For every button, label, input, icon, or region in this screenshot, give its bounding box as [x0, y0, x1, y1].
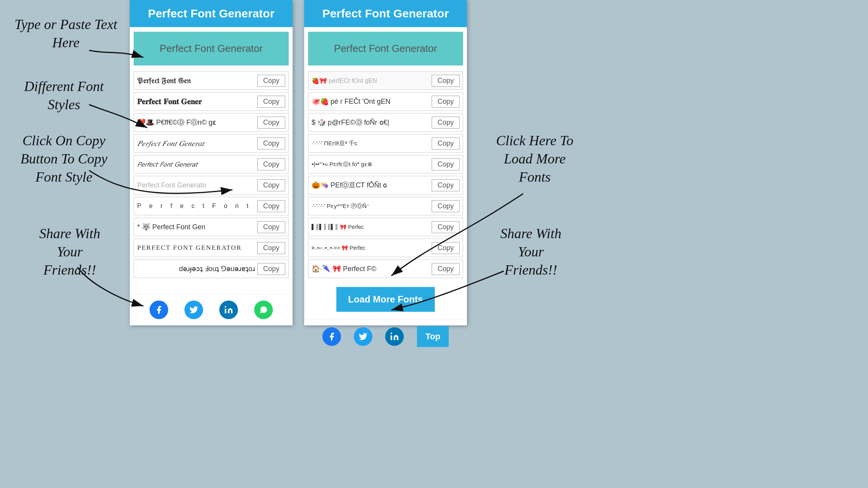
- whatsapp-button[interactable]: [254, 301, 273, 319]
- font-text: P e r f e c t F o n t: [137, 203, 255, 210]
- copy-button[interactable]: Copy: [257, 263, 285, 275]
- font-row: 𝐏𝐞𝐫𝐟𝐞𝐜𝐭 𝐅𝐨𝐧𝐭 𝐆𝐞𝐧𝐞𝐫 Copy: [134, 92, 289, 111]
- text-input[interactable]: [134, 32, 289, 65]
- social-bar-left: [130, 294, 293, 325]
- font-row: 𝑃𝑒𝑟𝑓𝑒𝑐𝑡 𝐹𝑜𝑛𝑡 𝐺𝑒𝑛𝑒𝑟𝑎𝑡 Copy: [134, 134, 289, 153]
- copy-button[interactable]: Copy: [257, 96, 285, 108]
- font-row: 🐙🍓 pé r FEČt 'Ont gEN Copy: [308, 92, 463, 111]
- annotation-different-fonts: Different FontStyles: [8, 77, 120, 114]
- annotation-share-left: Share WithYourFriends!!: [19, 225, 120, 279]
- copy-button[interactable]: Copy: [432, 75, 460, 87]
- font-row: ¤₋•⌐₋•..•->> 🎀 Perfec Copy: [308, 239, 463, 257]
- font-text: 𝑃𝑒𝑟𝑓𝑒𝑐𝑡 𝐹𝑜𝑛𝑡 𝐺𝑒𝑛𝑒𝑟𝑎𝑡: [137, 139, 255, 148]
- font-text: Perfect Font Generato: [137, 181, 255, 189]
- svg-point-1: [391, 333, 392, 334]
- copy-button[interactable]: Copy: [432, 96, 460, 108]
- copy-button[interactable]: Copy: [432, 137, 460, 149]
- font-row: * 🐺 Perfect Font Gen Copy: [134, 218, 289, 236]
- font-row: P e r f e c t F o n t Copy: [134, 197, 289, 215]
- font-row: ·'·'·'·' ΠEr⑩亘ª 千c Copy: [308, 134, 463, 153]
- font-text: 𝔓𝔢𝔯𝔣𝔢𝔠𝔱 𝔉𝔬𝔫𝔱 𝔊𝔢𝔫: [137, 76, 255, 85]
- font-row: ·'·'·'·'·' PɛƴᵉᵉΕт ⓅⓄÑ⁻ Copy: [308, 197, 463, 215]
- svg-point-0: [225, 306, 226, 308]
- copy-button[interactable]: Copy: [257, 179, 285, 191]
- font-text: ▌║▌║║▌║ 🎀 Perfec: [312, 224, 429, 230]
- font-row: •|••°'•» PɛrfɛⓄt fo⁴ gɛ⊗ Copy: [308, 155, 463, 174]
- font-row: ❤️🎩 P€ff€©Ⓓ FⓄn© gɛ Copy: [134, 113, 289, 132]
- font-row: 🍓🎀 pérfECt fOnt gEN Copy: [308, 71, 463, 90]
- font-row: 🎃👒 PΕfⓄ亘СТ fÕÑt ɢ Copy: [308, 176, 463, 194]
- twitter-button[interactable]: [184, 301, 203, 319]
- copy-button[interactable]: Copy: [257, 200, 285, 212]
- annotation-click-copy: Click On CopyButton To CopyFont Style: [4, 132, 124, 186]
- font-text: ·'·'·'·' ΠEr⑩亘ª 千c: [312, 140, 429, 147]
- annotation-share-right: Share WithYourFriends!!: [473, 225, 589, 279]
- font-text: ❤️🎩 P€ff€©Ⓓ FⓄn© gɛ: [137, 118, 255, 127]
- font-text: 𝘗𝘦𝘳𝘧𝘦𝘤𝘵 𝘍𝘰𝘯𝘵 𝘎𝘦𝘯𝘦𝘳𝘢𝘵: [137, 160, 255, 168]
- font-text: 🎃👒 PΕfⓄ亘СТ fÕÑt ɢ: [312, 180, 429, 190]
- left-panel-header: Perfect Font Generator: [130, 0, 293, 27]
- copy-button[interactable]: Copy: [432, 200, 460, 212]
- copy-button[interactable]: Copy: [432, 179, 460, 191]
- load-more-button[interactable]: Load More Fonts: [336, 287, 434, 312]
- copy-button[interactable]: Copy: [257, 137, 285, 149]
- font-text: ¤₋•⌐₋•..•->> 🎀 Perfec: [312, 245, 429, 251]
- annotation-load-more: Click Here ToLoad MoreFonts: [477, 132, 593, 186]
- font-text: ·'·'·'·'·' PɛƴᵉᵉΕт ⓅⓄÑ⁻: [312, 203, 429, 210]
- left-phone-panel: Perfect Font Generator 𝔓𝔢𝔯𝔣𝔢𝔠𝔱 𝔉𝔬𝔫𝔱 𝔊𝔢𝔫 …: [130, 0, 293, 325]
- twitter-button-right[interactable]: [354, 327, 372, 346]
- font-text: 🍓🎀 pérfECt fOnt gEN: [312, 77, 429, 84]
- annotation-type-paste: Type or Paste TextHere: [12, 15, 120, 52]
- font-row: 🏠·🌂 🎀 Perfect F© Copy: [308, 259, 463, 278]
- copy-button[interactable]: Copy: [257, 75, 285, 87]
- font-text: •|••°'•» PɛrfɛⓄt fo⁴ gɛ⊗: [312, 161, 429, 168]
- font-row: ▌║▌║║▌║ 🎀 Perfec Copy: [308, 218, 463, 236]
- facebook-button-right[interactable]: [322, 327, 341, 346]
- copy-button[interactable]: Copy: [257, 242, 285, 254]
- linkedin-button[interactable]: [219, 301, 238, 319]
- font-row: Perfect Font Generato Copy: [134, 176, 289, 194]
- font-text: 🏠·🌂 🎀 Perfect F©: [312, 265, 429, 273]
- font-text: 𝐏𝐞𝐫𝐟𝐞𝐜𝐭 𝐅𝐨𝐧𝐭 𝐆𝐞𝐧𝐞𝐫: [137, 97, 255, 106]
- font-text: * 🐺 Perfect Font Gen: [137, 223, 255, 231]
- font-row: 𝔓𝔢𝔯𝔣𝔢𝔠𝔱 𝔉𝔬𝔫𝔱 𝔊𝔢𝔫 Copy: [134, 71, 289, 90]
- right-phone-panel: Perfect Font Generator 🍓🎀 pérfECt fOnt g…: [304, 0, 467, 325]
- right-panel-header: Perfect Font Generator: [304, 0, 467, 27]
- top-button[interactable]: Top: [417, 326, 449, 347]
- font-row: 𝘗𝘦𝘳𝘧𝘦𝘤𝘵 𝘍𝘰𝘯𝘵 𝘎𝘦𝘯𝘦𝘳𝘢𝘵 Copy: [134, 155, 289, 174]
- font-text: 🐙🍓 pé r FEČt 'Ont gEN: [312, 97, 429, 106]
- social-bar-right: Top: [304, 320, 467, 353]
- copy-button[interactable]: Copy: [257, 221, 285, 233]
- copy-button[interactable]: Copy: [257, 158, 285, 170]
- copy-button[interactable]: Copy: [432, 158, 460, 170]
- copy-button[interactable]: Copy: [432, 117, 460, 129]
- linkedin-button-right[interactable]: [385, 327, 404, 346]
- facebook-button[interactable]: [150, 301, 168, 319]
- copy-button[interactable]: Copy: [432, 242, 460, 254]
- font-row: ɹoʇɐɹǝuǝ⅁ ʇuoℲ ʇɔǝɟɹǝd Copy: [134, 259, 289, 278]
- font-text: ɹoʇɐɹǝuǝ⅁ ʇuoℲ ʇɔǝɟɹǝd: [137, 265, 255, 273]
- font-row: $ 🎲 p@rFE©Ⓓ foÑr ɢ€| Copy: [308, 113, 463, 132]
- font-row: PERFECT FONT GENERATOR Copy: [134, 239, 289, 257]
- text-input-right[interactable]: [308, 32, 463, 65]
- copy-button[interactable]: Copy: [257, 117, 285, 129]
- copy-button[interactable]: Copy: [432, 263, 460, 275]
- font-text: $ 🎲 p@rFE©Ⓓ foÑr ɢ€|: [312, 118, 429, 127]
- copy-button[interactable]: Copy: [432, 221, 460, 233]
- font-text: PERFECT FONT GENERATOR: [137, 244, 255, 252]
